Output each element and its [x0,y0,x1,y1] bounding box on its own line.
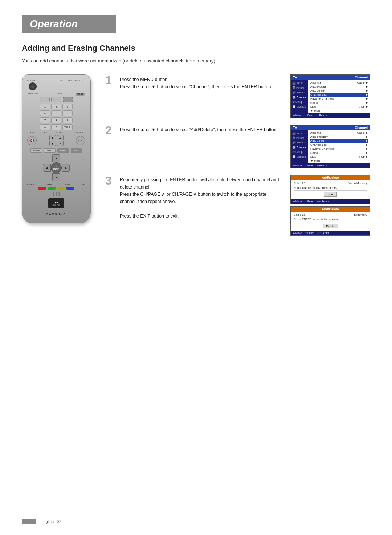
channel-screen-1: TV Channel 📺 Input 🖼 Picture [290,74,370,118]
remote-wrapper: POWER TV STB VCR CABLE DVD ANTENNA TV Gu… [22,74,98,223]
antenna-button[interactable] [40,97,50,102]
red-button[interactable] [38,187,46,190]
btn-1[interactable]: 1 [40,104,50,109]
header-banner: Operation [22,15,116,33]
add-screen-footer: ◈ Move ☞ Enter ↩↩ Return [291,199,370,204]
delete-screen-footer: ◈ Move ☞ Enter ↩↩ Return [291,231,370,235]
favorite-channels-item-1: Favorite Channels ▶ [310,97,368,101]
listings-icon-1: 📋 [292,105,296,108]
screen-1-header: TV Channel [291,75,370,80]
add-button[interactable]: Add [324,192,337,197]
power-row [26,82,87,90]
arrow-up-row: ▲ [44,154,68,162]
more-item-1: ▼ More [310,109,368,113]
btn-dash[interactable]: – [40,124,50,130]
screen-1-tv-label: TV [293,76,297,79]
blue-button[interactable] [66,187,74,190]
dot-2 [56,192,57,194]
ch-down-button[interactable]: ▼ [57,141,64,146]
add-footer-move: ◈ Move [293,200,302,203]
channel-icon-2: 📡 [292,146,296,149]
ch-up-button[interactable]: ▲ [57,135,64,140]
chpage-label: CH/PAGE [56,131,66,134]
tv-guide-box: TV GUIDE [48,198,64,208]
delete-screen-info: Cable 26 In Memory [294,213,367,216]
yellow-button[interactable] [57,187,65,190]
up-button[interactable]: ▲ [52,154,60,162]
dots-row [26,192,87,196]
intro-text: You can add channels that were not memor… [22,58,370,64]
listings-icon-2: 📋 [292,155,296,158]
menu-button[interactable]: MENU [57,148,69,153]
source-button[interactable]: SRC [76,136,85,145]
source-label: SOURCE [74,131,84,134]
enter-button[interactable]: G ENTER [51,162,62,173]
btn-3[interactable]: 3 [62,104,73,109]
delete-footer-move: ◈ Move [293,232,302,235]
antenna-item-1: Antenna : Cable ▶ [310,81,368,85]
auto-program-item-1: Auto Program ▶ [310,85,368,89]
power-button[interactable] [29,82,37,90]
arrow-pad: ▲ ◀ G ENTER ▶ ▼ [26,154,87,181]
footer-move-1: ◈ Move [293,114,302,117]
green-button[interactable] [48,187,56,190]
right-button[interactable]: ▶ [62,164,70,172]
step-3-number: 3 [105,175,114,186]
add-memory-status: Not In Memory [348,182,367,185]
btn-5[interactable]: 5 [51,110,61,116]
menu-input: 📺 Input [291,81,308,85]
remote-control: POWER TV STB VCR CABLE DVD ANTENNA TV Gu… [22,74,91,223]
left-button[interactable]: ◀ [43,164,51,172]
auto-program-item-2: Auto Program ▶ [310,135,368,139]
mute-label: MUTE [29,131,35,134]
bottom-label-row: FAV.CH CH.LIST D-Net PIP [26,183,87,186]
screen-2-left-menu: 📺 Input 🖼 Picture 🔊 Sound [291,130,308,163]
numpad: 1 2 3 4 5 6 7 8 9 – 0 PRE-CH [26,104,87,130]
delete-button[interactable]: Delete [323,224,338,228]
btn-6[interactable]: 6 [62,110,73,116]
btn-0[interactable]: 0 [51,124,61,130]
chlist-label: CH.LIST [46,183,53,186]
screen-2-body: 📺 Input 🖼 Picture 🔊 Sound [291,130,370,163]
info-button[interactable]: INFO [44,148,56,153]
favch-label: FAV.CH [27,183,34,186]
screen-2-channel-label: Channel [355,126,368,129]
tv-guide-logo: TV GUIDE [26,198,87,208]
guide-text: GUIDE [53,204,60,206]
down-button[interactable]: ▼ [52,173,60,181]
repeat-button[interactable]: Repeat [30,148,42,153]
delete-footer-return: ↩↩ Return [317,232,329,235]
step-2-row: 2 Press the ▲ or ▼ button to select "Add… [105,125,370,168]
tvguide-button[interactable] [51,97,61,102]
btn-8[interactable]: 8 [51,117,61,123]
tvguide-label: TV Guide [53,93,62,96]
menu-picture: 🖼 Picture [291,85,308,90]
add-screen-body: Cable 26 Not In Memory Press ENTER to ad… [291,180,370,199]
brand-area: SAMSUNG [26,210,87,216]
btn-7[interactable]: 7 [40,117,50,123]
sound-icon-1: 🔊 [292,91,296,94]
antenna-label: ANTENNA [28,93,38,96]
delete-memory-status: In Memory [353,213,367,216]
mute-button[interactable]: 🔇 [27,136,37,145]
steps-area: 1 Press the MENU button.Press the ▲ or ▼… [105,74,370,236]
btn-2[interactable]: 2 [51,104,61,109]
vol-label: VOL [44,131,48,134]
arrow-mid-row: ◀ G ENTER ▶ [43,162,70,173]
delete-cable-info: Cable 26 [294,213,305,216]
vol-up-button[interactable]: ▲ [49,135,56,140]
btn-9[interactable]: 9 [62,117,73,123]
screen-1-body: 📺 Input 🖼 Picture 🔊 Sound [291,80,370,113]
setup-icon-1: ⚙ [292,100,295,104]
menu-listings-2: 📋 Listings [291,154,308,159]
vol-down-button[interactable]: ▼ [49,141,56,146]
add-screen: Add/Delete Cable 26 Not In Memory Press … [290,175,370,204]
btn-4[interactable]: 4 [40,110,50,116]
exit-button[interactable]: EXIT [71,148,82,153]
channel-list-item-2: Channel List ▶ [310,143,368,147]
screen-2-footer: ◈ Move ☞ Enter ↩ Return [291,163,370,168]
step-2-number: 2 [105,125,114,136]
mode-button[interactable] [63,97,73,102]
add-screen-header: Add/Delete [291,175,370,180]
btn-prech[interactable]: PRE-CH [62,124,73,130]
